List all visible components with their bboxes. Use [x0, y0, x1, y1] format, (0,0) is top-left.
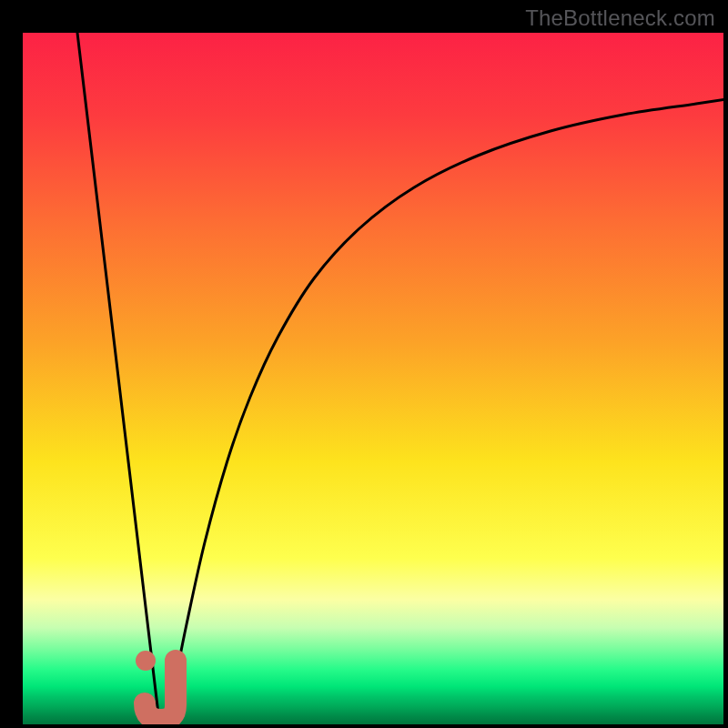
bottleneck-chart [23, 33, 723, 724]
attribution-text: TheBottleneck.com [525, 5, 715, 31]
gradient-background [23, 33, 723, 724]
chart-frame [23, 33, 723, 724]
marker-dot [136, 651, 156, 671]
